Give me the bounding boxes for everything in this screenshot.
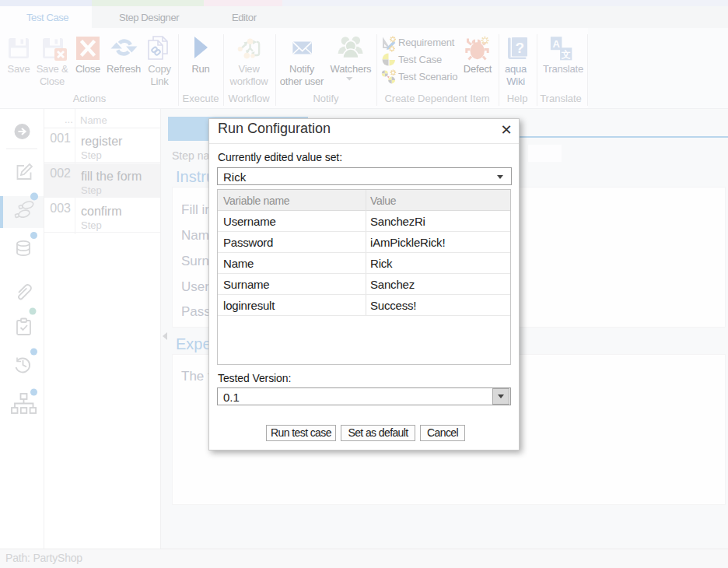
svg-text:文: 文 xyxy=(561,49,571,60)
svg-text:A: A xyxy=(553,38,561,50)
svg-text:?: ? xyxy=(515,40,524,56)
